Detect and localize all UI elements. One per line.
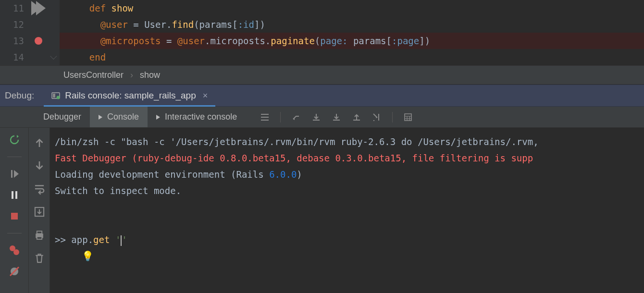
console-blank xyxy=(55,215,644,232)
stop-icon[interactable] xyxy=(8,210,21,222)
separator xyxy=(392,112,393,122)
console-line: Switch to inspect mode. xyxy=(55,183,644,199)
console-line: Fast Debugger (ruby-debug-ide 0.8.0.beta… xyxy=(55,150,644,166)
breakpoint-icon[interactable] xyxy=(29,33,48,49)
scroll-to-end-icon[interactable] xyxy=(33,206,46,218)
line-number[interactable]: 11 xyxy=(0,0,24,16)
console-line: Loading development environment (Rails 6… xyxy=(55,166,644,183)
tab-debugger[interactable]: Debugger xyxy=(35,107,90,127)
arrow-down-icon[interactable] xyxy=(33,159,46,172)
debug-label: Debug: xyxy=(0,90,44,101)
keyword: end xyxy=(89,52,106,62)
line-number[interactable]: 14 xyxy=(0,49,24,65)
line-number[interactable]: 12 xyxy=(0,16,24,33)
list-icon[interactable] xyxy=(260,112,270,122)
close-icon[interactable]: × xyxy=(203,91,208,101)
breadcrumb[interactable]: UsersController › show xyxy=(0,65,644,85)
keyword: def xyxy=(89,3,111,13)
svg-rect-13 xyxy=(37,231,41,233)
print-icon[interactable] xyxy=(33,229,46,241)
intention-bulb-icon[interactable]: 💡 xyxy=(82,250,94,262)
debug-toolwindow-header: Debug: Rails console: sample_rails_app × xyxy=(0,85,644,107)
debug-console[interactable]: /bin/zsh -c "bash -c '/Users/jetbrains/.… xyxy=(50,128,644,293)
svg-point-9 xyxy=(13,249,19,255)
svg-rect-1 xyxy=(53,94,55,98)
arrow-up-icon[interactable] xyxy=(33,136,46,149)
pause-icon[interactable] xyxy=(8,189,21,201)
step-back-icon[interactable] xyxy=(291,112,301,122)
soft-wrap-icon[interactable] xyxy=(33,183,46,195)
line-number-gutter[interactable]: 11 12 13 14 xyxy=(0,0,29,65)
svg-rect-3 xyxy=(405,114,411,121)
upload-icon[interactable] xyxy=(352,112,361,122)
code-text[interactable]: def show @user = User.find(params[:id]) … xyxy=(60,0,644,65)
tab-console[interactable]: Console xyxy=(90,107,148,127)
trash-icon[interactable] xyxy=(33,252,46,264)
text-caret xyxy=(121,235,122,246)
debug-subtoolbar: Debugger Console Interactive console xyxy=(0,107,644,128)
chevron-right-icon: › xyxy=(130,70,133,80)
svg-rect-7 xyxy=(11,213,18,220)
svg-rect-14 xyxy=(37,237,41,239)
fold-column xyxy=(48,0,60,65)
console-blank xyxy=(55,199,644,215)
breadcrumb-item[interactable]: UsersController xyxy=(63,70,124,80)
string-literal: '' xyxy=(115,234,127,245)
resume-icon[interactable] xyxy=(8,168,21,180)
gutter-icon-column xyxy=(29,0,48,65)
svg-rect-5 xyxy=(12,191,13,199)
line-number[interactable]: 13 xyxy=(0,33,24,49)
play-icon xyxy=(156,115,160,120)
prompt-symbol: >> xyxy=(55,234,71,245)
play-icon xyxy=(99,115,102,120)
mute-breakpoints-icon[interactable] xyxy=(8,265,21,278)
console-line: /bin/zsh -c "bash -c '/Users/jetbrains/.… xyxy=(55,134,644,150)
view-breakpoints-icon[interactable] xyxy=(8,244,21,256)
console-side-rail xyxy=(29,128,50,293)
tab-interactive-console[interactable]: Interactive console xyxy=(148,107,246,127)
download-icon[interactable] xyxy=(311,112,321,122)
svg-rect-4 xyxy=(11,170,12,178)
svg-rect-6 xyxy=(15,191,17,199)
separator xyxy=(280,112,281,122)
download-icon[interactable] xyxy=(332,112,341,122)
method-name: show xyxy=(111,3,134,13)
console-prompt-line[interactable]: >> app.get '' xyxy=(55,232,644,248)
rerun-icon[interactable] xyxy=(8,134,21,146)
ivar: @user xyxy=(100,19,128,30)
breadcrumb-item[interactable]: show xyxy=(140,70,160,80)
run-to-cursor-icon[interactable] xyxy=(372,112,382,122)
calculator-icon[interactable] xyxy=(403,112,413,122)
debug-session-title: Rails console: sample_rails_app xyxy=(65,90,196,101)
rails-console-icon xyxy=(51,91,60,100)
code-editor: 11 12 13 14 def show xyxy=(0,0,644,85)
svg-point-2 xyxy=(57,96,60,99)
method-marker-icon[interactable] xyxy=(29,0,48,16)
fold-end-icon[interactable] xyxy=(50,53,57,60)
debug-left-rail xyxy=(0,128,29,293)
debug-session-tab[interactable]: Rails console: sample_rails_app × xyxy=(44,85,215,106)
